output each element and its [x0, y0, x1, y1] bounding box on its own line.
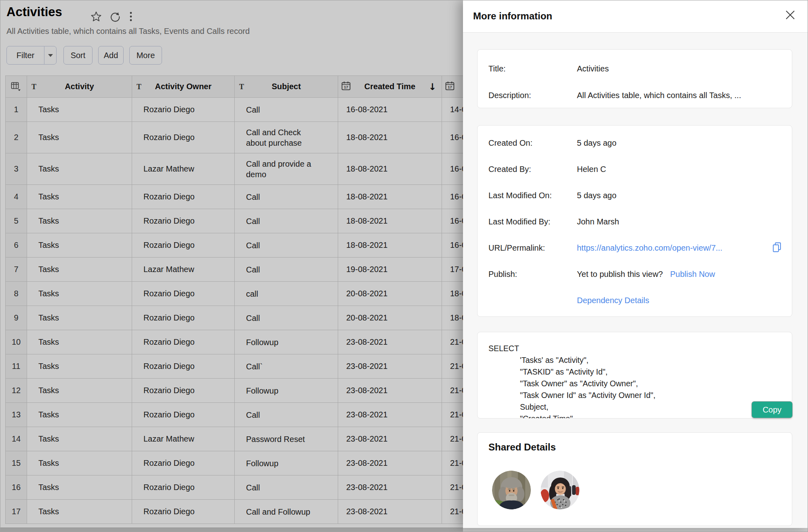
bearded-man-avatar: [492, 471, 531, 509]
modal-backdrop[interactable]: [0, 0, 463, 532]
meta-card: Created On: 5 days ago Created By: Helen…: [477, 125, 792, 317]
description-value: All Activities table, which contains all…: [577, 91, 792, 100]
url-permalink-label: URL/Permalink:: [488, 243, 577, 253]
sql-line: Subject,: [488, 401, 784, 413]
sql-query-card: SELECT'Tasks' as "Activity","TASKID" as …: [477, 332, 792, 419]
shared-details-card: Shared Details: [477, 432, 792, 526]
copy-sql-button[interactable]: Copy: [752, 402, 792, 418]
sql-line: "Task Owner Id" as "Activity Owner Id",: [488, 390, 784, 401]
title-label: Title:: [488, 64, 577, 73]
sql-line: "TASKID" as "Activity Id",: [488, 366, 784, 378]
publish-status: Yet to publish this view?: [577, 270, 663, 279]
shared-details-heading: Shared Details: [488, 442, 556, 453]
description-label: Description:: [488, 91, 577, 100]
sql-query-text: SELECT'Tasks' as "Activity","TASKID" as …: [478, 332, 792, 418]
created-by-value: Helen C: [577, 165, 792, 174]
more-information-panel: More information Title: Activities Descr…: [463, 0, 808, 528]
sql-line: 'Tasks' as "Activity",: [488, 354, 784, 366]
copy-url-icon[interactable]: [772, 241, 782, 255]
dependency-details-link[interactable]: Dependency Details: [577, 296, 792, 305]
title-value: Activities: [577, 64, 792, 73]
publish-label: Publish:: [488, 270, 577, 279]
publish-now-link[interactable]: Publish Now: [670, 270, 715, 279]
smiling-woman-avatar: [541, 471, 579, 509]
panel-title: More information: [473, 10, 552, 22]
sql-line: "Created Time": [488, 413, 784, 418]
created-by-label: Created By:: [488, 165, 577, 174]
last-modified-by-label: Last Modified By:: [488, 217, 577, 226]
overview-card: Title: Activities Description: All Activ…: [477, 49, 792, 108]
created-on-value: 5 days ago: [577, 138, 792, 148]
sql-line: SELECT: [488, 343, 784, 354]
last-modified-by-value: John Marsh: [577, 217, 792, 226]
last-modified-on-value: 5 days ago: [577, 191, 792, 200]
app-window: Activities All Activities table, which c…: [0, 0, 808, 532]
sql-line: "Task Owner" as "Activity Owner",: [488, 378, 784, 390]
last-modified-on-label: Last Modified On:: [488, 191, 577, 200]
close-icon[interactable]: [784, 9, 796, 21]
created-on-label: Created On:: [488, 138, 577, 148]
panel-header: More information: [463, 0, 808, 33]
permalink-url[interactable]: https://analytics.zoho.com/open-view/7..…: [577, 243, 722, 252]
